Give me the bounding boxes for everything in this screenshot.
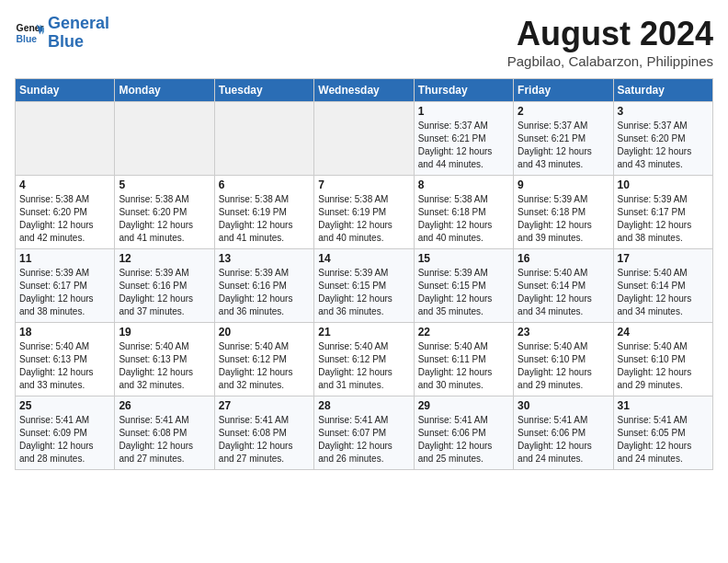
calendar-cell: 14Sunrise: 5:39 AM Sunset: 6:15 PM Dayli…: [314, 249, 414, 323]
day-info: Sunrise: 5:40 AM Sunset: 6:12 PM Dayligh…: [318, 340, 409, 392]
calendar-cell: 31Sunrise: 5:41 AM Sunset: 6:05 PM Dayli…: [613, 396, 712, 470]
logo-text-line1: General: [48, 15, 109, 33]
calendar-week-2: 4Sunrise: 5:38 AM Sunset: 6:20 PM Daylig…: [16, 176, 713, 249]
calendar-cell: 25Sunrise: 5:41 AM Sunset: 6:09 PM Dayli…: [16, 396, 115, 470]
logo-icon: General Blue: [15, 18, 44, 48]
day-number: 3: [618, 105, 709, 118]
weekday-header-saturday: Saturday: [613, 79, 712, 102]
day-number: 19: [119, 326, 210, 339]
calendar-cell: 2Sunrise: 5:37 AM Sunset: 6:21 PM Daylig…: [514, 102, 613, 176]
day-number: 29: [418, 399, 509, 412]
calendar-cell: 7Sunrise: 5:38 AM Sunset: 6:19 PM Daylig…: [314, 176, 414, 249]
day-info: Sunrise: 5:38 AM Sunset: 6:20 PM Dayligh…: [119, 193, 210, 245]
calendar-cell: 22Sunrise: 5:40 AM Sunset: 6:11 PM Dayli…: [414, 323, 513, 396]
calendar-cell: 9Sunrise: 5:39 AM Sunset: 6:18 PM Daylig…: [514, 176, 613, 249]
calendar-table: SundayMondayTuesdayWednesdayThursdayFrid…: [15, 78, 713, 470]
day-info: Sunrise: 5:41 AM Sunset: 6:05 PM Dayligh…: [618, 414, 709, 465]
calendar-cell: 8Sunrise: 5:38 AM Sunset: 6:18 PM Daylig…: [414, 176, 513, 249]
day-number: 8: [418, 178, 509, 191]
day-info: Sunrise: 5:41 AM Sunset: 6:08 PM Dayligh…: [219, 414, 310, 465]
logo-text-line2: Blue: [48, 33, 109, 52]
day-info: Sunrise: 5:37 AM Sunset: 6:21 PM Dayligh…: [518, 120, 609, 171]
calendar-cell: 24Sunrise: 5:40 AM Sunset: 6:10 PM Dayli…: [613, 323, 712, 396]
day-number: 18: [19, 326, 110, 339]
weekday-header-sunday: Sunday: [16, 79, 115, 102]
svg-text:Blue: Blue: [17, 33, 38, 43]
day-number: 5: [119, 178, 210, 191]
calendar-cell: 16Sunrise: 5:40 AM Sunset: 6:14 PM Dayli…: [514, 249, 613, 323]
weekday-header-wednesday: Wednesday: [314, 79, 414, 102]
day-number: 27: [219, 399, 310, 412]
day-number: 6: [219, 178, 310, 191]
day-info: Sunrise: 5:40 AM Sunset: 6:14 PM Dayligh…: [518, 267, 609, 318]
calendar-cell: [115, 102, 214, 176]
day-info: Sunrise: 5:40 AM Sunset: 6:11 PM Dayligh…: [418, 340, 509, 392]
weekday-header-thursday: Thursday: [414, 79, 513, 102]
day-number: 30: [518, 399, 609, 412]
day-info: Sunrise: 5:37 AM Sunset: 6:20 PM Dayligh…: [618, 120, 709, 171]
day-info: Sunrise: 5:39 AM Sunset: 6:17 PM Dayligh…: [19, 267, 110, 318]
calendar-cell: 13Sunrise: 5:39 AM Sunset: 6:16 PM Dayli…: [214, 249, 313, 323]
day-info: Sunrise: 5:40 AM Sunset: 6:10 PM Dayligh…: [518, 340, 609, 392]
calendar-cell: 11Sunrise: 5:39 AM Sunset: 6:17 PM Dayli…: [16, 249, 115, 323]
day-number: 15: [418, 252, 509, 265]
day-info: Sunrise: 5:40 AM Sunset: 6:13 PM Dayligh…: [119, 340, 210, 392]
calendar-cell: 29Sunrise: 5:41 AM Sunset: 6:06 PM Dayli…: [414, 396, 513, 470]
page-header: General Blue General Blue August 2024 Pa…: [15, 15, 713, 69]
day-info: Sunrise: 5:41 AM Sunset: 6:07 PM Dayligh…: [318, 414, 409, 465]
day-number: 14: [318, 252, 409, 265]
day-number: 2: [518, 105, 609, 118]
day-number: 25: [19, 399, 110, 412]
day-info: Sunrise: 5:39 AM Sunset: 6:17 PM Dayligh…: [618, 193, 709, 245]
calendar-cell: 30Sunrise: 5:41 AM Sunset: 6:06 PM Dayli…: [514, 396, 613, 470]
calendar-title: August 2024: [507, 15, 713, 53]
day-number: 4: [19, 178, 110, 191]
calendar-cell: [214, 102, 313, 176]
calendar-cell: 20Sunrise: 5:40 AM Sunset: 6:12 PM Dayli…: [214, 323, 313, 396]
day-number: 12: [119, 252, 210, 265]
day-number: 11: [19, 252, 110, 265]
calendar-cell: 3Sunrise: 5:37 AM Sunset: 6:20 PM Daylig…: [613, 102, 712, 176]
calendar-cell: 4Sunrise: 5:38 AM Sunset: 6:20 PM Daylig…: [16, 176, 115, 249]
day-number: 21: [318, 326, 409, 339]
day-info: Sunrise: 5:40 AM Sunset: 6:10 PM Dayligh…: [618, 340, 709, 392]
day-number: 26: [119, 399, 210, 412]
day-info: Sunrise: 5:39 AM Sunset: 6:15 PM Dayligh…: [318, 267, 409, 318]
day-number: 10: [618, 178, 709, 191]
day-number: 1: [418, 105, 509, 118]
calendar-cell: 15Sunrise: 5:39 AM Sunset: 6:15 PM Dayli…: [414, 249, 513, 323]
day-info: Sunrise: 5:37 AM Sunset: 6:21 PM Dayligh…: [418, 120, 509, 171]
day-info: Sunrise: 5:38 AM Sunset: 6:20 PM Dayligh…: [19, 193, 110, 245]
day-number: 24: [618, 326, 709, 339]
day-info: Sunrise: 5:41 AM Sunset: 6:06 PM Dayligh…: [418, 414, 509, 465]
calendar-cell: [314, 102, 414, 176]
weekday-header-friday: Friday: [514, 79, 613, 102]
calendar-week-4: 18Sunrise: 5:40 AM Sunset: 6:13 PM Dayli…: [16, 323, 713, 396]
day-number: 28: [318, 399, 409, 412]
day-info: Sunrise: 5:39 AM Sunset: 6:16 PM Dayligh…: [119, 267, 210, 318]
day-number: 22: [418, 326, 509, 339]
day-number: 17: [618, 252, 709, 265]
day-number: 20: [219, 326, 310, 339]
day-info: Sunrise: 5:38 AM Sunset: 6:18 PM Dayligh…: [418, 193, 509, 245]
day-number: 31: [618, 399, 709, 412]
day-info: Sunrise: 5:41 AM Sunset: 6:08 PM Dayligh…: [119, 414, 210, 465]
calendar-cell: 12Sunrise: 5:39 AM Sunset: 6:16 PM Dayli…: [115, 249, 214, 323]
calendar-cell: 27Sunrise: 5:41 AM Sunset: 6:08 PM Dayli…: [214, 396, 313, 470]
day-info: Sunrise: 5:39 AM Sunset: 6:18 PM Dayligh…: [518, 193, 609, 245]
calendar-week-3: 11Sunrise: 5:39 AM Sunset: 6:17 PM Dayli…: [16, 249, 713, 323]
calendar-week-5: 25Sunrise: 5:41 AM Sunset: 6:09 PM Dayli…: [16, 396, 713, 470]
calendar-cell: 17Sunrise: 5:40 AM Sunset: 6:14 PM Dayli…: [613, 249, 712, 323]
day-number: 9: [518, 178, 609, 191]
title-block: August 2024 Pagbilao, Calabarzon, Philip…: [507, 15, 713, 69]
calendar-cell: 23Sunrise: 5:40 AM Sunset: 6:10 PM Dayli…: [514, 323, 613, 396]
day-info: Sunrise: 5:39 AM Sunset: 6:16 PM Dayligh…: [219, 267, 310, 318]
calendar-cell: [16, 102, 115, 176]
day-info: Sunrise: 5:38 AM Sunset: 6:19 PM Dayligh…: [318, 193, 409, 245]
day-number: 23: [518, 326, 609, 339]
calendar-cell: 28Sunrise: 5:41 AM Sunset: 6:07 PM Dayli…: [314, 396, 414, 470]
logo: General Blue General Blue: [15, 15, 109, 52]
calendar-cell: 26Sunrise: 5:41 AM Sunset: 6:08 PM Dayli…: [115, 396, 214, 470]
day-info: Sunrise: 5:40 AM Sunset: 6:14 PM Dayligh…: [618, 267, 709, 318]
calendar-cell: 10Sunrise: 5:39 AM Sunset: 6:17 PM Dayli…: [613, 176, 712, 249]
